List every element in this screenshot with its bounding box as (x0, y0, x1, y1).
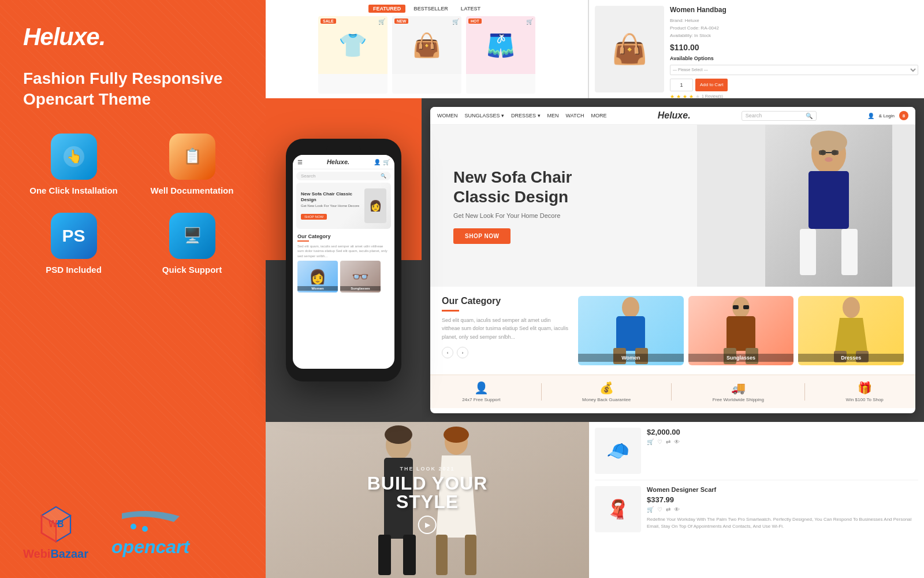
feature-free-support: 👤 24x7 Free Support (462, 381, 500, 402)
phone-user-icon[interactable]: 👤 (374, 159, 381, 165)
opencart-arrow-icon (116, 505, 185, 533)
phone-cat-sunglasses[interactable]: 👓 Sunglasses (340, 261, 381, 292)
desktop-search-btn[interactable]: 🔍 (806, 113, 813, 119)
cat-card-women[interactable]: Women (578, 296, 684, 365)
build-title: BUILD YOUR STYLE (367, 474, 488, 511)
webi-name-label: WebiBazaar (23, 547, 88, 561)
svg-rect-21 (819, 150, 826, 155)
phone-search-icon[interactable]: 🔍 (381, 173, 386, 179)
handbag-image: 👜 (595, 6, 664, 92)
hero-subtitle: Get New Look For Your Home Decore (453, 212, 765, 219)
desktop-brand-label: Heluxe. (658, 110, 691, 121)
sidebar-price-1: $2,000.00 (647, 428, 918, 436)
product-img-3: 🩳 (466, 16, 535, 74)
nav-watch[interactable]: WATCH (566, 113, 584, 118)
svg-rect-41 (403, 535, 416, 575)
sidebar-heart-icon-1[interactable]: ♡ (657, 439, 662, 445)
phone-hero-subtitle: Get New Look For Your Home Decore (301, 204, 364, 209)
sidebar-compare-icon-2[interactable]: ⇄ (666, 506, 670, 513)
desktop-login-text[interactable]: & Login (879, 113, 895, 118)
svg-rect-25 (616, 316, 645, 351)
svg-point-34 (843, 297, 860, 318)
svg-point-17 (810, 131, 847, 154)
category-desc-desktop: Sed elit quam, iaculis sed semper alt am… (442, 316, 569, 341)
build-look-label: THE LOOK 2021 (367, 466, 488, 472)
sidebar-eye-icon-2[interactable]: 👁 (674, 506, 680, 513)
features-divider-2 (671, 383, 672, 401)
documentation-icon: 📋 (169, 134, 215, 180)
phone-cat-sunglasses-label: Sunglasses (340, 286, 381, 291)
sidebar-eye-icon-1[interactable]: 👁 (674, 439, 680, 445)
desktop-search-bar[interactable]: Search 🔍 (742, 111, 817, 121)
desktop-cart-badge[interactable]: 8 (899, 111, 908, 120)
nav-women[interactable]: WOMEN (437, 113, 458, 118)
nav-dresses[interactable]: DRESSES ▾ (511, 113, 541, 118)
build-style-panel: THE LOOK 2021 BUILD YOUR STYLE ▶ (266, 422, 589, 578)
prev-arrow-btn[interactable]: ‹ (442, 347, 453, 358)
sidebar-product-info-1: $2,000.00 🛒 ♡ ⇄ 👁 (647, 428, 918, 449)
desktop-hero-banner: New Sofa Chair Classic Design Get New Lo… (430, 125, 915, 287)
nav-men[interactable]: MEN (547, 113, 559, 118)
build-text-overlay: THE LOOK 2021 BUILD YOUR STYLE ▶ (367, 466, 488, 534)
phone-menu-icon[interactable]: ☰ (297, 159, 303, 165)
play-button[interactable]: ▶ (418, 516, 437, 534)
svg-rect-40 (378, 535, 391, 575)
svg-point-45 (444, 427, 469, 443)
handbag-meta: Brand: Heluxe Product Code: RA-0042 Avai… (670, 17, 918, 39)
tab-bestseller[interactable]: BESTSELLER (409, 5, 453, 13)
tab-latest[interactable]: LATEST (456, 5, 485, 13)
product-card-2: NEW 👜 🛒 (392, 16, 461, 94)
add-to-cart-button[interactable]: Add to Cart (695, 79, 728, 91)
one-click-label: One Click Installation (29, 186, 118, 195)
tab-featured[interactable]: FEATURED (368, 5, 405, 13)
cart-icon-3[interactable]: 🛒 (526, 18, 533, 25)
features-divider-3 (804, 383, 805, 401)
webi-cube-icon: W B (33, 501, 79, 547)
category-underline (442, 310, 459, 312)
phone-search-bar[interactable]: Search 🔍 (296, 172, 391, 180)
sale-badge-1: SALE (321, 18, 336, 24)
cat-women-label: Women (578, 354, 684, 362)
bottom-row: THE LOOK 2021 BUILD YOUR STYLE ▶ 🧢 $2,00… (266, 422, 924, 578)
sidebar-cart-icon-1[interactable]: 🛒 (647, 439, 654, 445)
features-divider-1 (541, 383, 542, 401)
nav-more[interactable]: MORE (591, 113, 607, 118)
middle-section: ☰ Heluxe. 👤 🛒 Search 🔍 (266, 98, 924, 422)
sidebar-product-img-1: 🧢 (595, 428, 641, 474)
sidebar-heart-icon-2[interactable]: ♡ (657, 506, 662, 513)
win-shop-text: Win $100 To Shop (846, 397, 884, 402)
svg-rect-44 (465, 535, 476, 575)
phone-shop-btn[interactable]: SHOP NOW (301, 214, 327, 220)
svg-point-10 (131, 524, 136, 529)
color-select[interactable]: — Please Select — (670, 65, 918, 75)
one-click-icon: 👆 (51, 134, 97, 180)
sidebar-product-1: 🧢 $2,000.00 🛒 ♡ ⇄ 👁 (595, 428, 918, 474)
svg-point-46 (385, 425, 412, 444)
phone-brand-label: Heluxe. (327, 158, 349, 165)
support-icon: 🖥️ (169, 213, 215, 259)
cat-card-dresses[interactable]: Dresses (798, 296, 904, 365)
cart-icon-1[interactable]: 🛒 (378, 18, 385, 25)
svg-rect-14 (808, 171, 849, 229)
svg-text:W: W (49, 519, 58, 529)
next-arrow-btn[interactable]: › (457, 347, 468, 358)
desktop-search-text: Search (746, 113, 803, 118)
phone-cart-icon[interactable]: 🛒 (383, 159, 390, 165)
sidebar-cart-icon-2[interactable]: 🛒 (647, 506, 654, 513)
hero-model-svg (765, 125, 892, 287)
phone-header: ☰ Heluxe. 👤 🛒 (293, 155, 394, 169)
phone-cat-women[interactable]: 👩 Women (297, 261, 338, 292)
nav-sunglasses[interactable]: SUNGLASSES ▾ (465, 113, 505, 118)
desktop-browser: WOMEN SUNGLASSES ▾ DRESSES ▾ MEN WATCH M… (430, 107, 915, 413)
cart-icon-2[interactable]: 🛒 (452, 18, 459, 25)
svg-rect-15 (800, 229, 816, 275)
desktop-login-icon[interactable]: 👤 (867, 113, 874, 119)
feature-win-shop: 🎁 Win $100 To Shop (846, 381, 884, 402)
svg-rect-43 (436, 535, 448, 575)
sidebar-compare-icon-1[interactable]: ⇄ (666, 439, 670, 445)
cat-card-sunglasses[interactable]: Sunglasses (688, 296, 794, 365)
hero-shop-btn[interactable]: SHOP NOW (453, 228, 511, 244)
sidebar-price-2: $337.99 (647, 495, 918, 504)
feature-psd: PS PSD Included (23, 213, 124, 275)
phone-frame: ☰ Heluxe. 👤 🛒 Search 🔍 (286, 139, 401, 381)
